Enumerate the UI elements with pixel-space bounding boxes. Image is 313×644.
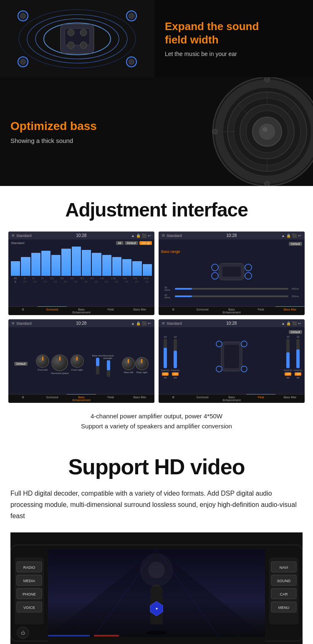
svg-point-48 [216,341,222,347]
svg-point-18 [129,59,134,64]
svg-point-8 [80,29,87,36]
car-diagram-bass [161,259,302,284]
eq-screen-body: Standard All Default Set up [8,239,154,314]
knob-rear-right [135,357,149,370]
screen-header-surround: ⊟ Standard 10:28 ▲ 🔒 ⬛ ↩ [8,319,154,327]
eq-bars [11,247,152,276]
sound-field-image [0,0,154,77]
screen-header-eq: ⊟ Standard 10:28 ▲ 🔒 ⬛ ↩ [8,232,154,239]
svg-point-12 [20,13,25,18]
adjustment-title: Adjustment interface [8,199,305,221]
svg-point-49 [241,341,247,347]
bass-speaker-image [134,77,313,186]
section-sound-field: Expand the sound field width Let the mus… [0,0,313,77]
svg-point-35 [212,129,217,134]
svg-text:MENU: MENU [278,606,290,610]
bass-text: Optimized bass Showing a thick sound [0,107,134,157]
knob-rear-left [122,357,135,370]
svg-point-14 [129,13,134,18]
svg-rect-47 [224,345,239,368]
bass-title: Optimized bass [10,120,123,133]
svg-point-43 [212,272,218,279]
svg-point-29 [263,127,268,132]
svg-rect-40 [222,267,241,277]
sound-field-text: Expand the sound field width Let the mus… [154,12,313,65]
hd-video-description: Full HD digital decoder, compatible with… [10,488,303,522]
field-screen-body: Default 12 Rate(Hz) ↓OFF 54 12 [159,327,305,402]
sound-field-subtitle: Let the music be in your ear [165,51,303,57]
svg-point-28 [259,123,275,140]
svg-point-9 [68,42,74,48]
knob-front-right [71,354,84,368]
car-radio-svg: RADIO MEDIA PHONE VOICE [10,537,303,644]
knob-front-left [36,354,49,368]
svg-text:⏻: ⏻ [21,631,25,635]
svg-point-41 [212,264,218,271]
bass-range-screen-card: ⊟ Standard 10:28 ▲ 🔒 ⬛ ↩ Default Bass ra… [159,232,305,315]
field-screen-card: ⊟ Standard 10:28 ▲ 🔒 ⬛ ↩ Default [159,319,305,403]
screen-header-bass: ⊟ Standard 10:28 ▲ 🔒 ⬛ ↩ [159,232,305,239]
svg-text:SOUND: SOUND [277,579,291,583]
svg-point-7 [68,29,74,36]
hd-video-title: Support HD video [10,454,303,479]
svg-text:★: ★ [155,607,158,611]
adjustment-description: 4-channel power amplifier output, power … [8,411,305,431]
section-bass: Optimized bass Showing a thick sound [0,77,313,186]
svg-point-37 [265,181,270,186]
svg-text:PHONE: PHONE [23,592,36,596]
surround-screen-card: ⊟ Standard 10:28 ▲ 🔒 ⬛ ↩ Default [8,319,154,403]
svg-text:NAVI: NAVI [280,565,288,570]
section-adjustment: Adjustment interface ⊟ Standard 10:28 ▲ … [0,186,313,440]
sound-field-title: Expand the sound field width [165,20,303,46]
car-radio-container: RADIO MEDIA PHONE VOICE [10,532,303,644]
car-top-view-svg [10,5,144,72]
screen-header-field: ⊟ Standard 10:28 ▲ 🔒 ⬛ ↩ [159,319,305,327]
svg-rect-89 [94,635,119,636]
speaker-svg [142,77,313,186]
svg-point-42 [245,264,252,271]
svg-text:VOICE: VOICE [23,606,35,610]
surround-bottom-tabs: ⚙ Surround BassEnhancement Field Bass fi… [8,394,154,403]
svg-point-75 [148,562,165,578]
svg-point-16 [20,59,25,64]
screens-grid: ⊟ Standard 10:28 ▲ 🔒 ⬛ ↩ Standard All De… [8,232,305,403]
svg-point-69 [146,631,167,635]
eq-screen-card: ⊟ Standard 10:28 ▲ 🔒 ⬛ ↩ Standard All De… [8,232,154,315]
knob-surround-space [51,354,68,371]
field-bottom-tabs: ⚙ Surround BassEnhancement Field Bass fi… [159,394,305,403]
svg-point-44 [245,272,252,279]
svg-rect-87 [48,639,265,642]
bass-range-body: Default Bass range [159,239,305,314]
eq-bottom-tabs: ⚙ Surround BassEnhancement Field Bass fi… [8,306,154,315]
svg-text:CAR: CAR [280,592,288,596]
svg-text:RADIO: RADIO [23,565,35,570]
surround-screen-body: Default Front left Surround space [8,327,154,402]
svg-point-51 [241,366,247,372]
svg-point-10 [80,42,87,48]
svg-text:MEDIA: MEDIA [23,579,35,583]
bass-bottom-tabs: ⚙ Surround BassEnhancement Field Bass fi… [159,306,305,315]
svg-point-36 [265,77,270,82]
bass-subtitle: Showing a thick sound [10,137,123,144]
svg-rect-88 [48,635,90,636]
svg-point-50 [216,366,222,372]
section-hd-video: Support HD video Full HD digital decoder… [0,440,313,644]
